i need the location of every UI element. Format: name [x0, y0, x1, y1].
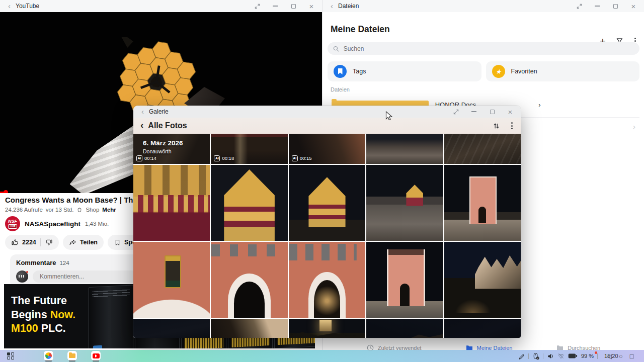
subscriber-count: 1,43 Mio.	[85, 221, 109, 227]
fullscreen-icon[interactable]	[254, 3, 261, 10]
comments-title: Kommentare	[16, 259, 56, 266]
stylus-icon[interactable]	[518, 353, 525, 359]
photo-tile[interactable]: Ai00:18	[211, 134, 287, 164]
section-label: Dateien	[331, 86, 350, 93]
like-count: 2224	[22, 239, 36, 246]
sort-icon[interactable]	[493, 122, 500, 130]
menu-button[interactable]	[510, 121, 514, 130]
fullscreen-icon[interactable]	[452, 108, 459, 115]
nav-home-button[interactable]: ○	[619, 353, 623, 359]
dock-youtube-icon[interactable]	[91, 351, 101, 360]
search-input	[343, 45, 634, 53]
photo-tile[interactable]	[133, 242, 210, 318]
photo-tile[interactable]	[444, 134, 521, 164]
volume-icon[interactable]	[547, 353, 554, 359]
photo-tile[interactable]	[211, 165, 287, 241]
photo-tile[interactable]	[366, 242, 443, 318]
bookmark-icon	[114, 239, 121, 246]
desktop: ‹ YouTube ×	[0, 0, 644, 362]
tags-icon	[334, 65, 347, 78]
like-icon	[11, 238, 19, 246]
page-title: Meine Dateien	[331, 24, 390, 35]
minimize-icon[interactable]	[272, 3, 279, 10]
photo-tile[interactable]	[133, 319, 210, 338]
photo-tile[interactable]	[366, 165, 443, 241]
more-link[interactable]: Mehr	[102, 207, 116, 213]
chevron-right-icon: ›	[538, 102, 635, 108]
like-dislike-button[interactable]: 2224	[5, 235, 59, 250]
shop-link[interactable]: Shop	[86, 207, 99, 213]
dock-gallery-icon[interactable]	[44, 351, 53, 360]
back-icon[interactable]: ‹	[141, 108, 144, 115]
photo-tile[interactable]	[444, 319, 521, 338]
share-button[interactable]: Teilen	[63, 235, 104, 250]
favorites-shortcut[interactable]: ★ Favoriten	[486, 61, 640, 81]
photo-tile[interactable]	[366, 319, 443, 338]
battery-icon[interactable]	[568, 353, 578, 359]
user-avatar	[16, 270, 28, 283]
close-icon[interactable]: ×	[507, 108, 514, 115]
mouse-connected-icon[interactable]	[532, 352, 539, 360]
photo-tile[interactable]	[289, 242, 365, 318]
share-icon	[69, 238, 77, 246]
photo-tile[interactable]	[133, 165, 210, 241]
upload-age: vor 13 Std.	[46, 207, 74, 213]
gallery-window: ‹ Galerie × ‹ Alle Fotos 6. März 2026Don…	[133, 106, 521, 338]
comments-count: 124	[59, 260, 69, 266]
nav-recents-button[interactable]: □	[630, 353, 634, 359]
wifi-off-icon[interactable]	[557, 353, 565, 359]
video-duration-badge: Ai00:14	[136, 155, 156, 162]
star-icon: ★	[492, 65, 505, 78]
dock-files-icon[interactable]	[67, 351, 77, 360]
date-overlay: 6. März 2026Donauwörth	[143, 139, 183, 154]
photo-tile[interactable]: Ai00:15	[289, 134, 365, 164]
fullscreen-icon[interactable]	[576, 3, 583, 10]
minimize-icon[interactable]	[594, 3, 601, 10]
gallery-titlebar: ‹ Galerie ×	[133, 106, 521, 118]
minimize-icon[interactable]	[470, 108, 477, 115]
dislike-icon	[45, 238, 53, 246]
search-icon	[333, 46, 339, 52]
back-icon[interactable]: ‹	[8, 2, 11, 10]
photo-tile[interactable]: 6. März 2026DonauwörthAi00:14	[133, 134, 210, 164]
photo-grid: 6. März 2026DonauwörthAi00:14Ai00:18Ai00…	[133, 134, 521, 338]
app-launcher-icon[interactable]	[7, 352, 14, 359]
window-title: YouTube	[16, 3, 39, 10]
video-duration-badge: Ai00:15	[292, 155, 312, 162]
photo-tile[interactable]	[289, 165, 365, 241]
status-tray: 99 % 15:20	[518, 350, 618, 362]
files-titlebar: ‹ Dateien ×	[323, 0, 644, 12]
shop-icon	[76, 207, 83, 213]
maximize-icon[interactable]	[290, 3, 297, 10]
photo-tile[interactable]	[211, 319, 287, 338]
maximize-icon[interactable]	[489, 108, 496, 115]
back-icon[interactable]: ‹	[140, 120, 143, 130]
channel-avatar[interactable]: NSF LIVE	[5, 216, 20, 231]
gallery-header: ‹ Alle Fotos	[133, 118, 521, 134]
tags-shortcut[interactable]: Tags	[328, 61, 481, 81]
photo-tile[interactable]	[211, 242, 287, 318]
maximize-icon[interactable]	[612, 3, 619, 10]
photo-tile[interactable]	[289, 319, 365, 338]
search-bar[interactable]	[328, 42, 639, 55]
video-duration-badge: Ai00:18	[214, 155, 234, 162]
back-icon[interactable]: ‹	[331, 2, 333, 10]
battery-percent: 99 %	[581, 353, 594, 359]
nav-back-button[interactable]: ◁	[607, 353, 612, 359]
taskbar: 99 % 15:20 ◁ ○ □	[0, 350, 644, 362]
photo-tile[interactable]	[444, 242, 521, 318]
nav-buttons: ◁ ○ □	[607, 350, 634, 362]
window-title: Dateien	[338, 3, 359, 10]
album-title: Alle Fotos	[148, 121, 187, 130]
photo-tile[interactable]	[444, 165, 521, 241]
ad-text: The Future Begins Now. M100 PLC.	[11, 294, 75, 336]
photo-tile[interactable]	[366, 134, 443, 164]
youtube-titlebar: ‹ YouTube ×	[0, 0, 322, 12]
close-icon[interactable]: ×	[630, 3, 637, 10]
channel-name[interactable]: NASASpaceflight	[25, 220, 80, 228]
close-icon[interactable]: ×	[308, 3, 315, 10]
window-title: Galerie	[149, 108, 169, 115]
view-count: 24.236 Aufrufe	[5, 207, 43, 213]
chevron-right-icon: ›	[633, 123, 635, 130]
